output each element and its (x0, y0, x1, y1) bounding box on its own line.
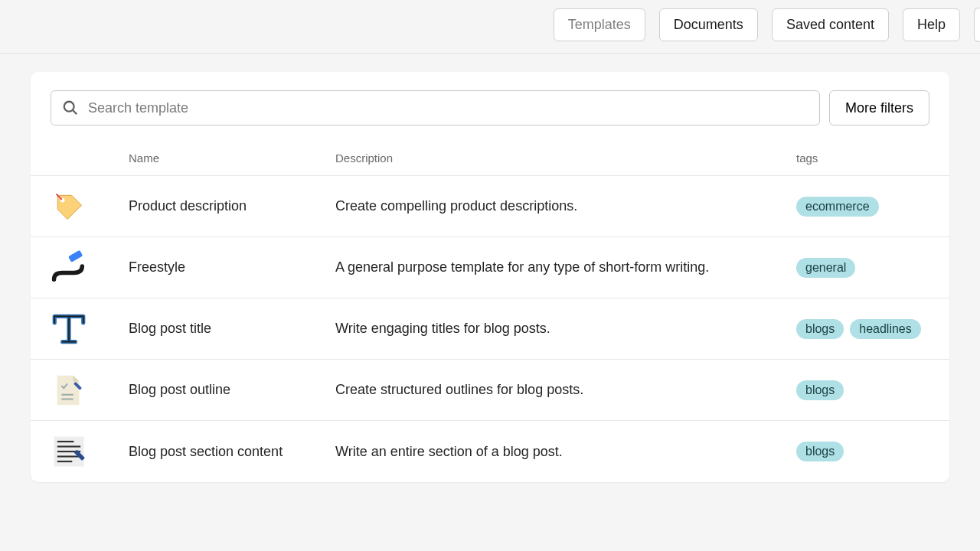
row-tags: blogsheadlines (796, 319, 949, 339)
table-row[interactable]: Blog post section contentWrite an entire… (31, 421, 949, 482)
tab-documents[interactable]: Documents (659, 8, 758, 41)
row-description: Write engaging titles for blog posts. (335, 321, 796, 337)
svg-rect-5 (68, 249, 83, 262)
row-icon (31, 430, 129, 473)
letter-t-icon (47, 308, 90, 350)
row-icon (31, 185, 129, 228)
templates-card: More filters Name Description tags Produ… (31, 72, 949, 482)
tag[interactable]: blogs (796, 319, 844, 339)
svg-point-0 (64, 102, 74, 112)
tag[interactable]: blogs (796, 380, 844, 400)
row-icon (31, 369, 129, 412)
table-body: Product descriptionCreate compelling pro… (31, 176, 949, 482)
row-tags: blogs (796, 442, 949, 461)
search-input[interactable] (88, 100, 808, 116)
row-tags: ecommerce (796, 197, 949, 217)
tag-icon (47, 185, 90, 228)
row-tags: blogs (796, 380, 949, 400)
table-row[interactable]: FreestyleA general purpose template for … (31, 237, 949, 298)
more-filters-button[interactable]: More filters (829, 90, 929, 126)
tag[interactable]: blogs (796, 442, 844, 461)
table-header: Name Description tags (31, 141, 949, 176)
svg-marker-7 (74, 375, 80, 381)
tab-help[interactable]: Help (903, 8, 960, 41)
nav-edge (974, 8, 980, 42)
row-description: Create structured outlines for blog post… (335, 382, 796, 398)
row-tags: general (796, 258, 949, 278)
tab-saved[interactable]: Saved content (772, 8, 889, 41)
freestyle-icon (47, 246, 90, 289)
table-row[interactable]: Product descriptionCreate compelling pro… (31, 176, 949, 237)
row-name: Blog post outline (129, 382, 335, 398)
table-row[interactable]: Blog post titleWrite engaging titles for… (31, 298, 949, 360)
row-icon (31, 246, 129, 289)
row-name: Blog post title (129, 321, 335, 337)
outline-icon (47, 369, 90, 412)
col-tags: tags (796, 152, 949, 165)
row-name: Freestyle (129, 259, 335, 276)
search-icon (62, 99, 79, 116)
section-icon (47, 430, 90, 473)
col-name: Name (129, 152, 335, 165)
row-description: Write an entire section of a blog post. (335, 444, 796, 460)
table-row[interactable]: Blog post outlineCreate structured outli… (31, 360, 949, 421)
row-name: Blog post section content (129, 444, 335, 460)
tag[interactable]: ecommerce (796, 197, 879, 217)
row-name: Product description (129, 198, 335, 214)
tag[interactable]: general (796, 258, 855, 278)
tab-templates[interactable]: Templates (554, 8, 645, 41)
filter-row: More filters (31, 72, 949, 141)
row-icon (31, 308, 129, 350)
row-description: Create compelling product descriptions. (335, 198, 796, 214)
top-nav: Templates Documents Saved content Help (0, 0, 980, 54)
row-description: A general purpose template for any type … (335, 259, 796, 276)
svg-line-1 (73, 110, 77, 115)
col-description: Description (335, 152, 796, 165)
tag[interactable]: headlines (850, 319, 921, 339)
search-input-wrap[interactable] (51, 90, 820, 126)
